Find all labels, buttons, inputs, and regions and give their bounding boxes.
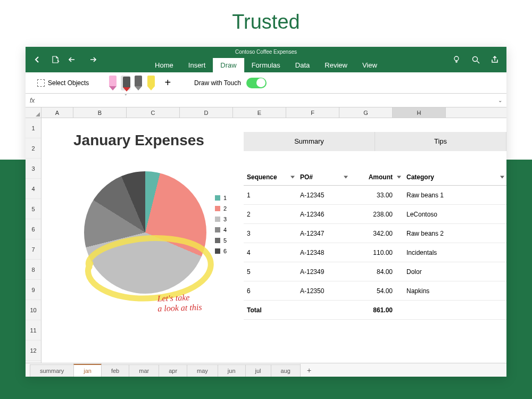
select-objects-button[interactable]: Select Objects xyxy=(33,77,93,89)
add-pen-button[interactable]: + xyxy=(160,77,175,89)
filter-dropdown-icon[interactable] xyxy=(397,176,401,179)
cell-po[interactable]: A-12349 xyxy=(297,264,350,280)
cell-cat[interactable]: Napkins xyxy=(403,283,506,299)
sheet-tab-summary[interactable]: summary xyxy=(30,364,74,377)
cell-amt[interactable]: 110.00 xyxy=(350,245,403,261)
row-header-4[interactable]: 4 xyxy=(26,179,41,199)
cell-seq[interactable]: 2 xyxy=(244,206,297,222)
cell-cat[interactable]: Raw beans 2 xyxy=(403,226,506,242)
cell-amt[interactable]: 33.00 xyxy=(350,187,403,203)
cell-seq[interactable]: 1 xyxy=(244,187,297,203)
table-header-amount[interactable]: Amount xyxy=(350,169,403,185)
select-all-corner[interactable] xyxy=(26,107,41,118)
share-icon[interactable] xyxy=(489,54,500,65)
row-header-1[interactable]: 1 xyxy=(26,118,41,138)
svg-point-0 xyxy=(454,56,459,61)
sheet-tab-jan[interactable]: jan xyxy=(73,364,102,377)
cell-amt[interactable]: 54.00 xyxy=(350,283,403,299)
table-header-category[interactable]: Category xyxy=(403,169,506,185)
row-header-12[interactable]: 12 xyxy=(26,340,41,361)
sheet-tab-aug[interactable]: aug xyxy=(271,364,301,377)
tab-review[interactable]: Review xyxy=(317,58,355,72)
add-sheet-button[interactable]: + xyxy=(300,364,318,377)
column-header-D[interactable]: D xyxy=(180,107,233,118)
search-icon[interactable] xyxy=(470,54,481,65)
formula-bar[interactable]: fx ⌄ xyxy=(26,94,506,107)
filter-dropdown-icon[interactable] xyxy=(500,176,504,179)
legend-item-4: 4 xyxy=(215,227,227,233)
table-row[interactable]: 5A-1234984.00Dolor xyxy=(244,262,506,281)
cell-po[interactable]: A-12346 xyxy=(297,206,350,222)
row-header-8[interactable]: 8 xyxy=(26,260,41,280)
file-icon[interactable] xyxy=(50,54,61,65)
row-header-6[interactable]: 6 xyxy=(26,219,41,239)
pen-tool-0[interactable] xyxy=(108,76,118,90)
lightbulb-icon[interactable] xyxy=(451,54,462,65)
redo-icon[interactable] xyxy=(86,54,97,65)
data-tab-tips[interactable]: Tips xyxy=(375,132,506,151)
cell-seq[interactable]: 4 xyxy=(244,245,297,261)
cell-po[interactable]: A-12347 xyxy=(297,226,350,242)
tab-data[interactable]: Data xyxy=(288,58,317,72)
undo-icon[interactable] xyxy=(68,54,79,65)
tab-draw[interactable]: Draw xyxy=(213,58,244,72)
column-header-H[interactable]: H xyxy=(393,107,446,118)
filter-dropdown-icon[interactable] xyxy=(290,176,295,179)
draw-with-touch-toggle[interactable] xyxy=(246,78,267,88)
cell-amt[interactable]: 84.00 xyxy=(350,264,403,280)
sheet-tab-apr[interactable]: apr xyxy=(159,364,187,377)
column-header-G[interactable]: G xyxy=(339,107,393,118)
table-row[interactable]: 1A-1234533.00Raw beans 1 xyxy=(244,186,506,205)
table-row[interactable]: 4A-12348110.00Incidentals xyxy=(244,243,506,262)
column-header-B[interactable]: B xyxy=(73,107,127,118)
pie-chart[interactable] xyxy=(84,171,206,294)
svg-point-1 xyxy=(473,57,478,62)
table-row[interactable]: 3A-12347342.00Raw beans 2 xyxy=(244,224,506,243)
pen-tool-1[interactable]: ⌄ xyxy=(121,76,130,90)
cell-cat[interactable]: Dolor xyxy=(403,264,506,280)
row-header-3[interactable]: 3 xyxy=(26,159,41,179)
cell-cat[interactable]: LeContoso xyxy=(403,206,506,222)
table-header-sequence[interactable]: Sequence xyxy=(244,169,297,185)
row-header-9[interactable]: 9 xyxy=(26,280,41,300)
row-header-11[interactable]: 11 xyxy=(26,320,41,340)
sheet-tab-jul[interactable]: jul xyxy=(245,364,271,377)
sheet-tab-jun[interactable]: jun xyxy=(218,364,246,377)
cell-po[interactable]: A-12350 xyxy=(297,283,350,299)
tab-insert[interactable]: Insert xyxy=(181,58,213,72)
column-header-F[interactable]: F xyxy=(286,107,339,118)
tab-formulas[interactable]: Formulas xyxy=(244,58,288,72)
back-icon[interactable] xyxy=(32,54,43,65)
tab-home[interactable]: Home xyxy=(147,58,181,72)
filter-dropdown-icon[interactable] xyxy=(344,176,348,179)
cell-cat[interactable]: Incidentals xyxy=(403,245,506,261)
cell-amt[interactable]: 342.00 xyxy=(350,226,403,242)
cell-po[interactable]: A-12345 xyxy=(297,187,350,203)
sheet-tab-feb[interactable]: feb xyxy=(101,364,129,377)
table-row[interactable]: 6A-1235054.00Napkins xyxy=(244,281,506,301)
formula-expand-icon[interactable]: ⌄ xyxy=(498,97,502,103)
data-tab-summary[interactable]: Summary xyxy=(244,132,375,151)
sheet-tab-may[interactable]: may xyxy=(187,364,218,377)
column-header-C[interactable]: C xyxy=(127,107,180,118)
cell-seq[interactable]: 6 xyxy=(244,283,297,299)
table-row[interactable]: 2A-12346238.00LeContoso xyxy=(244,205,506,224)
row-header-10[interactable]: 10 xyxy=(26,300,41,320)
column-header-A[interactable]: A xyxy=(41,107,73,118)
cell-cat[interactable]: Raw beans 1 xyxy=(403,187,506,203)
cell-amt[interactable]: 238.00 xyxy=(350,206,403,222)
row-header-7[interactable]: 7 xyxy=(26,239,41,260)
cell-seq[interactable]: 5 xyxy=(244,264,297,280)
pen-tool-2[interactable] xyxy=(134,76,143,90)
sheet-tabs: summaryjanfebmaraprmayjunjulaug+ xyxy=(26,363,506,377)
row-header-2[interactable]: 2 xyxy=(26,138,41,159)
pen-tool-3[interactable] xyxy=(146,76,156,90)
cell-po[interactable]: A-12348 xyxy=(297,245,350,261)
column-header-E[interactable]: E xyxy=(233,107,286,118)
sheet-tab-mar[interactable]: mar xyxy=(129,364,159,377)
row-header-5[interactable]: 5 xyxy=(26,199,41,219)
table-header-po[interactable]: PO# xyxy=(297,169,350,185)
cell-seq[interactable]: 3 xyxy=(244,226,297,242)
legend-item-5: 5 xyxy=(215,237,227,244)
tab-view[interactable]: View xyxy=(355,58,385,72)
